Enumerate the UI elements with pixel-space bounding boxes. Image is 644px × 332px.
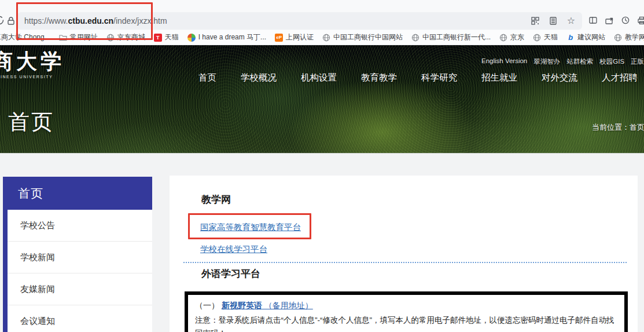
link-online-learning-platform[interactable]: 学校在线学习平台 [200, 244, 267, 255]
sidebar: 首页 学校公告 学校新闻 友媒新闻 会议通知 [3, 177, 152, 332]
bookmark-item[interactable]: 京东 [499, 32, 524, 42]
bookmark-item[interactable]: 教学网 [614, 32, 644, 42]
logo-chinese-text: 商大学 [0, 50, 65, 71]
tmall-icon: T [154, 34, 162, 42]
breadcrumb: 当前位置：首页 [592, 122, 644, 133]
logo-english-text: USINESS UNIVERSITY [0, 75, 65, 79]
utility-link[interactable]: 正版软件 [631, 57, 644, 66]
nav-item-research[interactable]: 科学研究 [421, 72, 457, 84]
folder-icon [59, 34, 67, 42]
nav-item-recruit[interactable]: 人才招聘 [602, 72, 638, 84]
link-new-horizon-english[interactable]: 新视野英语 [222, 301, 262, 310]
bookmark-item[interactable]: b 建议网站 [566, 32, 605, 42]
globe-icon [533, 34, 541, 42]
lock-icon [7, 16, 15, 28]
ep-icon: eP [275, 34, 283, 42]
collections-icon[interactable] [602, 13, 617, 28]
bookmark-item[interactable]: 天猫 [533, 32, 558, 42]
sidebar-item-media-news[interactable]: 友媒新闻 [8, 273, 152, 305]
utility-link-english[interactable]: English Version [481, 57, 527, 66]
utility-nav: English Version 翠湖智办 站群检索 校园GIS 正版软件 工 [481, 57, 644, 66]
bookmark-item[interactable]: eP 上网认证 [275, 32, 314, 42]
notice-text: 注意：登录系统后请点击“个人信息”-“修改个人信息”，填写本人的常用电子邮件地址… [195, 313, 620, 332]
page-title: 首页 [8, 108, 54, 137]
screenshot-root: { "colors": { "sidebar_blue": "#34399b",… [0, 0, 644, 332]
nav-item-exchange[interactable]: 对外交流 [542, 72, 577, 84]
sidebar-title: 首页 [3, 177, 152, 210]
link-backup-address[interactable]: （备用地址） [262, 301, 313, 310]
qr-code-icon[interactable] [529, 14, 542, 27]
dream-icon [187, 34, 196, 42]
bookmark-item[interactable]: 中国工商银行中国网站 [322, 32, 403, 42]
sidebar-item-news[interactable]: 学校新闻 [8, 242, 152, 273]
sidebar-item-announcements[interactable]: 学校公告 [8, 210, 152, 242]
bing-icon: b [566, 34, 575, 42]
globe-icon [106, 34, 115, 42]
utility-link[interactable]: 站群检索 [566, 57, 593, 66]
section-heading-teaching-net: 教学网 [201, 193, 231, 206]
utility-link[interactable]: 校园GIS [599, 57, 624, 66]
nav-item-orgs[interactable]: 机构设置 [301, 72, 337, 84]
bookmark-item[interactable]: 工商大学 Chong... [0, 32, 50, 42]
main-nav: 首页 学校概况 机构设置 教育教学 科学研究 招生就业 对外交流 人才招聘 公 [198, 72, 644, 84]
notice-item-number: （一） [195, 301, 222, 310]
favorite-star-icon[interactable]: ☆ [565, 14, 577, 27]
section-heading-foreign-language: 外语学习平台 [201, 267, 260, 280]
globe-icon [499, 34, 507, 42]
nav-item-overview[interactable]: 学校概况 [241, 72, 277, 84]
print-icon[interactable] [634, 13, 644, 28]
bookmark-item[interactable]: 中国工商银行新一代... [411, 32, 491, 42]
bookmark-item[interactable]: T 天猫 [154, 32, 179, 42]
nav-item-teaching[interactable]: 教育教学 [361, 72, 397, 84]
globe-icon [614, 34, 622, 42]
utility-link[interactable]: 翠湖智办 [533, 57, 560, 66]
globe-icon [322, 34, 330, 42]
bookmark-item[interactable]: I have a dream 马丁... [187, 32, 266, 42]
bookmark-item[interactable]: 京东商城 [106, 32, 145, 42]
url-text: https://www.ctbu.edu.cn/index/jxzx.htm [24, 16, 167, 25]
university-logo[interactable]: 商大学 USINESS UNIVERSITY [0, 50, 65, 79]
refresh-icon[interactable] [0, 14, 5, 28]
address-bar[interactable]: https://www.ctbu.edu.cn/index/jxzx.htm ☆ [17, 12, 582, 30]
history-icon[interactable] [618, 13, 633, 28]
main-content-panel: 教学网 国家高等教育智慧教育平台 学校在线学习平台 外语学习平台 （一） 新视野… [170, 176, 638, 332]
bookmarks-bar: 工商大学 Chong... 常用网址 京东商城 T 天猫 I have a dr… [0, 30, 644, 45]
sidebar-item-meeting-notices[interactable]: 会议通知 [8, 305, 152, 332]
nav-item-admissions[interactable]: 招生就业 [481, 72, 517, 84]
link-smart-education-platform[interactable]: 国家高等教育智慧教育平台 [200, 222, 301, 233]
reader-mode-icon[interactable] [547, 14, 560, 27]
globe-icon [411, 34, 419, 42]
bookmark-item[interactable]: 常用网址 [59, 32, 98, 42]
nav-item-home[interactable]: 首页 [198, 72, 216, 84]
dotted-divider [183, 262, 627, 263]
split-screen-icon[interactable] [586, 13, 601, 28]
notice-box: （一） 新视野英语 （备用地址） 注意：登录系统后请点击“个人信息”-“修改个人… [185, 291, 628, 332]
